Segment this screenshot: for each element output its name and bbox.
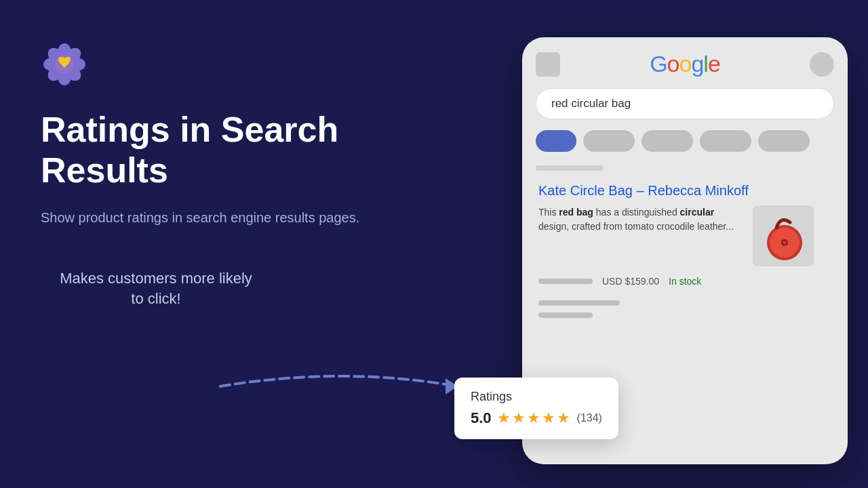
left-panel: Ratings in Search Results Show product r… <box>41 41 393 310</box>
svg-point-13 <box>783 241 787 245</box>
google-header: Google <box>536 51 834 77</box>
product-image <box>753 205 814 266</box>
page-subtitle: Show product ratings in search engine re… <box>41 207 393 228</box>
ratings-row: 5.0 ★★★★★ (134) <box>471 409 602 427</box>
rating-placeholder-bar <box>538 279 593 284</box>
filter-tab-news[interactable] <box>700 130 751 152</box>
divider <box>536 165 604 171</box>
star-icons: ★★★★★ <box>497 409 572 427</box>
arrow-indicator <box>214 352 471 420</box>
filter-tab-more[interactable] <box>758 130 810 152</box>
cta-text: Makes customers more likely to click! <box>54 268 258 310</box>
google-logo: Google <box>650 51 720 77</box>
brand-logo-icon <box>41 41 393 110</box>
result-row: This red bag has a distinguished circula… <box>538 205 831 266</box>
result-meta: USD $159.00 In stock <box>538 276 831 287</box>
rating-score: 5.0 <box>471 409 492 427</box>
result-title[interactable]: Kate Circle Bag – Rebecca Minkoff <box>538 183 831 199</box>
search-result-card: Kate Circle Bag – Rebecca Minkoff This r… <box>536 183 834 318</box>
result-text: This red bag has a distinguished circula… <box>538 205 742 234</box>
filter-tabs <box>536 130 834 152</box>
review-count: (134) <box>577 412 602 424</box>
search-bar[interactable]: red circular bag <box>536 88 834 119</box>
menu-icon <box>536 52 560 77</box>
product-price: USD $159.00 <box>602 276 659 287</box>
stock-status: In stock <box>669 276 701 287</box>
filter-tab-images[interactable] <box>642 130 693 152</box>
ratings-label: Ratings <box>471 390 602 404</box>
result-description: This red bag has a distinguished circula… <box>538 205 742 234</box>
filter-tab-all[interactable] <box>536 130 576 152</box>
bottom-bar-1 <box>538 300 620 306</box>
filter-tab-shopping[interactable] <box>583 130 635 152</box>
page-title: Ratings in Search Results <box>41 110 393 191</box>
account-avatar <box>810 52 834 77</box>
ratings-tooltip: Ratings 5.0 ★★★★★ (134) <box>454 378 618 439</box>
bottom-bar-2 <box>538 312 593 318</box>
